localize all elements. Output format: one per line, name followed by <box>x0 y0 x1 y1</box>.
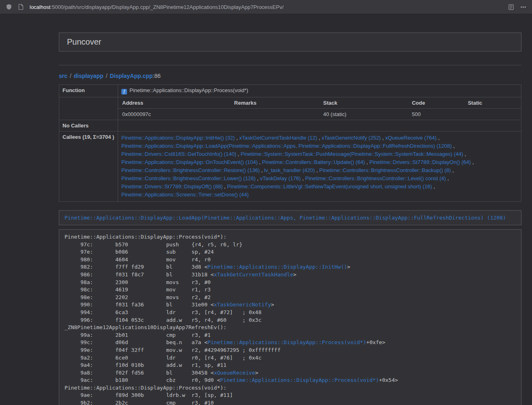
callee-link[interactable]: Pinetime::Controllers::BrightnessControl… <box>121 167 260 173</box>
callee-link[interactable]: Pinetime::Drivers::St7789::DisplayOff() … <box>121 183 223 190</box>
breadcrumb: src / displayapp / DisplayApp.cpp:86 <box>59 73 521 79</box>
callee-link[interactable]: Pinetime::Controllers::BrightnessControl… <box>121 175 256 181</box>
browser-toolbar: localhost:5000/path/src/displayapp/Displ… <box>0 0 532 14</box>
callee-link[interactable]: xTaskGetCurrentTaskHandle (12) <box>239 135 317 141</box>
column-header-remarks: Remarks <box>230 97 319 109</box>
callees-row: Callees (19, Σ=3704 ) Pinetime::Applicat… <box>59 131 521 202</box>
code-symbol-link[interactable]: xTaskGetCurrentTaskHandle <box>214 271 293 278</box>
reader-view-icon[interactable] <box>508 4 514 10</box>
page-content: Puncover src / displayapp / DisplayApp.c… <box>59 14 521 405</box>
stats-label-cell <box>59 97 118 120</box>
callee-link[interactable]: xQueueReceive (764) <box>385 135 436 141</box>
static-value <box>464 109 521 120</box>
callee-link[interactable]: Pinetime::Applications::DisplayApp::Init… <box>121 135 235 141</box>
stats-cell: Address Remarks Stack Code Static 0x0000… <box>118 97 521 120</box>
remarks-value <box>230 109 319 120</box>
breadcrumb-link[interactable]: DisplayApp.cpp <box>110 73 153 79</box>
function-label: Function <box>59 85 118 97</box>
function-name-cell: ƒPinetime::Applications::DisplayApp::Pro… <box>118 85 521 97</box>
callee-link[interactable]: Pinetime::Applications::DisplayApp::Load… <box>121 143 452 149</box>
no-callers-empty-cell <box>118 120 521 131</box>
callee-link[interactable]: Pinetime::Drivers::St7789::DisplayOn() (… <box>369 159 471 165</box>
url-bar[interactable]: localhost:5000/path/src/displayapp/Displ… <box>30 4 502 10</box>
overflow-menu-icon[interactable] <box>520 4 526 10</box>
code-symbol-link[interactable]: Pinetime::Applications::DisplayApp::Proc… <box>207 339 366 345</box>
stats-row: Address Remarks Stack Code Static 0x0000… <box>59 97 521 120</box>
symbol-table: Function ƒPinetime::Applications::Displa… <box>59 84 521 202</box>
function-name: Pinetime::Applications::DisplayApp::Proc… <box>129 87 248 93</box>
column-header-address: Address <box>118 97 230 109</box>
callee-link[interactable]: Pinetime::Drivers::Cst816S::GetTouchInfo… <box>121 151 236 157</box>
disassembly-panel: Pinetime::Applications::DisplayApp::Proc… <box>59 229 521 405</box>
code-value: 500 <box>408 109 464 120</box>
callee-link[interactable]: Pinetime::Controllers::BrightnessControl… <box>319 167 451 173</box>
column-header-static: Static <box>464 97 521 109</box>
page-title: Puncover <box>67 37 101 46</box>
callee-link[interactable]: Pinetime::Controllers::BrightnessControl… <box>305 175 446 181</box>
breadcrumb-link[interactable]: src <box>59 73 67 79</box>
callee-link[interactable]: Pinetime::Controllers::Battery::Update()… <box>262 159 365 165</box>
stats-table: Address Remarks Stack Code Static 0x0000… <box>118 97 521 120</box>
callee-link[interactable]: Pinetime::Components::LittleVgl::SetNewT… <box>227 183 432 190</box>
code-symbol-link[interactable]: Pinetime::Applications::DisplayApp::Proc… <box>220 377 379 383</box>
no-callers-label: No Callers <box>59 120 118 131</box>
column-header-code: Code <box>408 97 464 109</box>
function-row: Function ƒPinetime::Applications::Displa… <box>59 85 521 97</box>
page-header: Puncover <box>59 32 521 52</box>
callee-link[interactable]: vTaskDelay (176) <box>260 175 301 181</box>
breadcrumb-line-number: :86 <box>153 73 160 79</box>
url-path: :5000/path/src/displayapp/DisplayApp.cpp… <box>50 4 284 10</box>
callee-link[interactable]: Pinetime::Applications::Screens::Timer::… <box>121 192 249 198</box>
page-info-icon[interactable] <box>18 4 24 10</box>
code-symbol-link[interactable]: xTaskGenericNotify <box>214 302 271 308</box>
callee-link[interactable]: Pinetime::Applications::DisplayApp::OnTo… <box>121 159 258 165</box>
callee-link[interactable]: Pinetime::System::SystemTask::PushMessag… <box>241 151 463 157</box>
highlighted-callee-panel: Pinetime::Applications::DisplayApp::Load… <box>59 210 521 225</box>
callees-list: Pinetime::Applications::DisplayApp::Init… <box>118 131 521 202</box>
breadcrumb-link[interactable]: displayapp <box>74 73 103 79</box>
shield-icon[interactable] <box>6 4 12 10</box>
breadcrumb-separator: / <box>67 73 74 79</box>
column-header-stack: Stack <box>319 97 407 109</box>
callees-label: Callees (19, Σ=3704 ) <box>59 131 118 202</box>
no-callers-row: No Callers <box>59 120 521 131</box>
code-block: Pinetime::Applications::DisplayApp::Proc… <box>65 233 516 405</box>
divider <box>59 65 521 65</box>
stack-value: 40 (static) <box>319 109 407 120</box>
stats-values-row: 0x0000097c 40 (static) 500 <box>118 109 521 120</box>
callee-link[interactable]: lv_task_handler (420) <box>264 167 315 173</box>
url-host: localhost <box>30 4 50 10</box>
callee-link[interactable]: xTaskGenericNotify (252) <box>322 135 381 141</box>
function-type-icon: ƒ <box>121 89 127 95</box>
code-symbol-link[interactable]: xQueueReceive <box>214 370 255 376</box>
address-value: 0x0000097c <box>118 109 230 120</box>
breadcrumb-separator: / <box>103 73 110 79</box>
code-symbol-link[interactable]: Pinetime::Applications::DisplayApp::Init… <box>207 264 347 270</box>
highlighted-callee-link[interactable]: Pinetime::Applications::DisplayApp::Load… <box>65 215 506 221</box>
